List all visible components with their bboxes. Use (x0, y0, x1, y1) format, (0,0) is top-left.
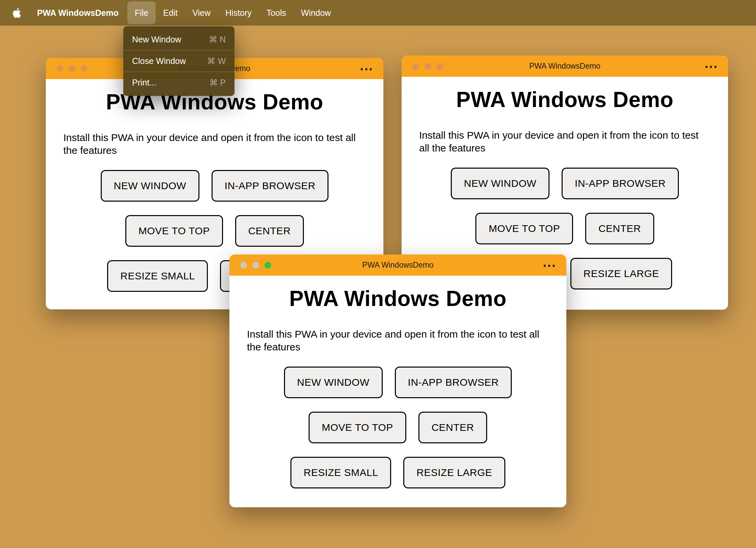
minimize-button[interactable] (252, 262, 259, 269)
menu-edit[interactable]: Edit (156, 1, 185, 24)
minimize-button[interactable] (424, 63, 431, 70)
titlebar[interactable]: PWA WindowsDemo ⋯ (229, 254, 566, 276)
resize-large-button[interactable]: RESIZE LARGE (403, 457, 505, 488)
menu-separator (123, 72, 234, 72)
center-button[interactable]: CENTER (585, 213, 654, 244)
zoom-button[interactable] (264, 262, 271, 269)
in-app-browser-button[interactable]: IN-APP BROWSER (395, 367, 512, 398)
minimize-button[interactable] (69, 65, 75, 72)
page-title: PWA Windows Demo (247, 286, 549, 311)
center-button[interactable]: CENTER (418, 412, 487, 443)
in-app-browser-button[interactable]: IN-APP BROWSER (562, 168, 679, 199)
overflow-menu-icon[interactable]: ⋯ (542, 254, 556, 276)
move-to-top-button[interactable]: MOVE TO TOP (309, 412, 406, 443)
pwa-window-front: PWA WindowsDemo ⋯ PWA Windows Demo Insta… (229, 254, 566, 507)
desktop: { "colors": { "desktop": "#cd9b50", "men… (0, 0, 756, 548)
description-text: Install this PWA in your device and open… (419, 129, 711, 154)
move-to-top-button[interactable]: MOVE TO TOP (125, 215, 223, 247)
menubar-app-name[interactable]: PWA WindowsDemo (33, 8, 123, 18)
menu-item-print[interactable]: Print... ⌘ P (123, 73, 234, 93)
menubar: PWA WindowsDemo File Edit View History T… (0, 0, 756, 26)
menu-separator (123, 50, 234, 50)
description-text: Install this PWA in your device and open… (247, 328, 549, 353)
window-controls (57, 58, 88, 79)
close-button[interactable] (412, 63, 419, 70)
page-title: PWA Windows Demo (419, 87, 711, 112)
new-window-button[interactable]: NEW WINDOW (284, 367, 383, 398)
description-text: Install this PWA in your device and open… (63, 131, 366, 157)
file-menu-dropdown: New Window ⌘ N Close Window ⌘ W Print...… (123, 26, 234, 96)
new-window-button[interactable]: NEW WINDOW (451, 168, 549, 199)
window-content: PWA Windows Demo Install this PWA in you… (229, 286, 566, 499)
menu-item-label: Close Window (132, 56, 186, 66)
close-button[interactable] (240, 262, 247, 269)
menu-item-shortcut: ⌘ P (209, 78, 226, 88)
menu-file[interactable]: File (127, 1, 156, 24)
menu-item-label: New Window (132, 35, 181, 44)
menu-view[interactable]: View (185, 1, 218, 24)
menu-item-label: Print... (132, 78, 156, 88)
center-button[interactable]: CENTER (235, 215, 304, 247)
menu-tools[interactable]: Tools (259, 1, 293, 24)
window-controls (412, 56, 443, 77)
menu-item-shortcut: ⌘ N (209, 35, 226, 44)
menu-item-close-window[interactable]: Close Window ⌘ W (123, 51, 234, 71)
resize-small-button[interactable]: RESIZE SMALL (290, 457, 391, 488)
zoom-button[interactable] (437, 63, 443, 70)
in-app-browser-button[interactable]: IN-APP BROWSER (212, 170, 329, 202)
move-to-top-button[interactable]: MOVE TO TOP (475, 213, 573, 244)
titlebar[interactable]: PWA WindowsDemo ⋯ (402, 56, 728, 77)
menu-window[interactable]: Window (293, 1, 338, 24)
apple-menu[interactable] (13, 8, 22, 18)
overflow-menu-icon[interactable]: ⋯ (704, 56, 718, 77)
window-controls (240, 254, 271, 276)
apple-icon (13, 8, 21, 18)
resize-small-button[interactable]: RESIZE SMALL (107, 260, 208, 292)
menu-item-shortcut: ⌘ W (207, 56, 226, 66)
new-window-button[interactable]: NEW WINDOW (101, 170, 199, 202)
window-title: PWA WindowsDemo (529, 62, 600, 71)
resize-large-button[interactable]: RESIZE LARGE (570, 258, 672, 289)
overflow-menu-icon[interactable]: ⋯ (359, 58, 373, 79)
window-title: PWA WindowsDemo (362, 261, 433, 270)
close-button[interactable] (57, 65, 63, 72)
zoom-button[interactable] (81, 65, 88, 72)
menu-history[interactable]: History (218, 1, 259, 24)
menu-item-new-window[interactable]: New Window ⌘ N (123, 30, 234, 49)
